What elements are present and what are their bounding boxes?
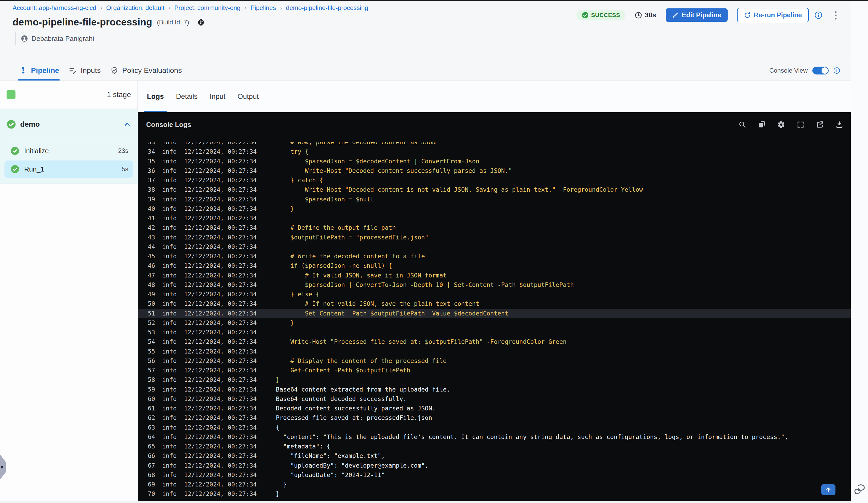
step-row-run_1[interactable]: Run_15s: [4, 160, 133, 178]
log-line-number: 66: [146, 451, 155, 461]
rerun-pipeline-button[interactable]: Re-run Pipeline: [737, 8, 809, 22]
log-line-number: 60: [146, 394, 155, 404]
log-line: 48info12/12/2024, 00:27:34 $parsedJson |…: [138, 280, 851, 290]
log-lines: 33info12/12/2024, 00:27:34 # Now, parse …: [138, 142, 851, 499]
console-view-control: Console View: [769, 60, 840, 81]
console-toolbar: [738, 120, 843, 128]
breadcrumb-link[interactable]: Organization: default: [106, 4, 164, 12]
info-icon[interactable]: [833, 67, 840, 74]
search-icon[interactable]: [738, 120, 746, 128]
log-timestamp: 12/12/2024, 00:27:34: [184, 347, 257, 356]
tab-inputs[interactable]: Inputs: [68, 60, 101, 81]
status-text: SUCCESS: [591, 12, 620, 19]
user-avatar-icon: [21, 35, 28, 42]
open-in-new-icon[interactable]: [816, 120, 824, 128]
console-tab-output[interactable]: Output: [235, 81, 261, 112]
log-timestamp: 12/12/2024, 00:27:34: [184, 394, 257, 404]
log-timestamp: 12/12/2024, 00:27:34: [184, 242, 257, 251]
duration: 30s: [635, 11, 656, 19]
inputs-icon: [69, 66, 77, 75]
log-severity: info: [162, 242, 177, 251]
step-duration: 5s: [122, 166, 128, 173]
log-line-number: 33: [146, 142, 155, 147]
console-tab-logs[interactable]: Logs: [144, 81, 167, 112]
build-id-label: (Build Id: 7): [157, 19, 189, 26]
log-message: } else {: [276, 290, 319, 299]
log-line: 50info12/12/2024, 00:27:34 # If not vali…: [138, 299, 851, 308]
log-message: }: [276, 318, 294, 327]
log-line-number: 69: [146, 480, 155, 489]
log-line: 59info12/12/2024, 00:27:34Base64 content…: [138, 385, 851, 394]
settings-icon[interactable]: [777, 120, 785, 128]
log-message: Write-Host "Processed file saved at: $ou…: [276, 337, 567, 346]
log-line-number: 44: [146, 242, 155, 251]
tab-pipeline[interactable]: Pipeline: [18, 60, 60, 81]
log-message: "uploadedBy": "developer@example.com",: [276, 461, 428, 470]
log-message: $parsedJson = $decodedContent | ConvertF…: [276, 157, 479, 166]
check-circle-icon: [582, 12, 589, 19]
log-severity: info: [162, 347, 177, 356]
help-chat-icon[interactable]: [854, 484, 866, 496]
log-timestamp: 12/12/2024, 00:27:34: [184, 337, 257, 346]
log-line-number: 63: [146, 423, 155, 432]
log-message: }: [276, 375, 279, 385]
download-icon[interactable]: [836, 120, 843, 128]
log-message: }: [276, 204, 294, 213]
log-timestamp: 12/12/2024, 00:27:34: [184, 195, 257, 204]
log-line-number: 47: [146, 271, 155, 280]
arrow-up-icon: [825, 486, 832, 493]
log-line-number: 41: [146, 213, 155, 223]
breadcrumb-link[interactable]: Project: community-eng: [174, 4, 240, 12]
log-line-number: 49: [146, 290, 155, 299]
log-message: $outputFilePath = "processedFile.json": [276, 233, 428, 242]
info-icon[interactable]: [815, 11, 822, 19]
stage-group-row[interactable]: demo: [0, 109, 137, 140]
log-message: }: [276, 480, 287, 489]
step-duration: 23s: [118, 147, 128, 155]
stage-group: demo Initialize23sRun_15s: [0, 109, 137, 184]
step-name: Initialize: [24, 147, 118, 155]
console-tab-label: Input: [210, 93, 225, 101]
log-line-number: 35: [146, 157, 155, 166]
log-timestamp: 12/12/2024, 00:27:34: [184, 451, 257, 461]
log-severity: info: [162, 489, 177, 499]
scroll-to-top-button[interactable]: [821, 484, 836, 495]
policy-icon: [110, 66, 118, 75]
log-line-number: 50: [146, 299, 155, 308]
log-timestamp: 12/12/2024, 00:27:34: [184, 261, 257, 270]
log-line: 53info12/12/2024, 00:27:34: [138, 327, 851, 337]
pencil-icon: [672, 12, 679, 19]
breadcrumb-link[interactable]: Pipelines: [250, 4, 276, 12]
log-line: 36info12/12/2024, 00:27:34 Write-Host "D…: [138, 166, 851, 176]
console-tab-input[interactable]: Input: [207, 81, 228, 112]
log-message: Get-Content -Path $outputFilePath: [276, 366, 410, 375]
log-viewport[interactable]: 33info12/12/2024, 00:27:34 # Now, parse …: [138, 142, 851, 501]
log-timestamp: 12/12/2024, 00:27:34: [184, 385, 257, 394]
breadcrumb-link[interactable]: demo-pipeline-file-processing: [286, 4, 369, 12]
chevron-up-icon[interactable]: [124, 120, 131, 128]
log-message: "content": "This is the uploaded file's …: [276, 432, 788, 442]
log-timestamp: 12/12/2024, 00:27:34: [184, 233, 257, 242]
log-timestamp: 12/12/2024, 00:27:34: [184, 404, 257, 413]
edit-pipeline-label: Edit Pipeline: [682, 11, 721, 19]
tab-policy-evaluations[interactable]: Policy Evaluations: [110, 60, 182, 81]
console-panel: Console Logs 33info12/12/2024, 00:27:34 …: [138, 112, 851, 501]
log-severity: info: [162, 461, 177, 470]
log-timestamp: 12/12/2024, 00:27:34: [184, 432, 257, 442]
breadcrumb-separator: ›: [244, 4, 246, 12]
console-tab-details[interactable]: Details: [174, 81, 200, 112]
fullscreen-icon[interactable]: [797, 120, 805, 128]
breadcrumb-link[interactable]: Account: app-harness-ng-cicd: [13, 4, 96, 12]
rerun-pipeline-label: Re-run Pipeline: [754, 11, 802, 19]
execution-header: Account: app-harness-ng-cicd›Organizatio…: [0, 1, 851, 60]
copy-icon[interactable]: [758, 120, 766, 128]
header-tabbar: PipelineInputsPolicy Evaluations Console…: [0, 60, 851, 81]
log-severity: info: [162, 204, 177, 213]
step-row-initialize[interactable]: Initialize23s: [4, 142, 133, 159]
log-severity: info: [162, 280, 177, 290]
edit-pipeline-button[interactable]: Edit Pipeline: [666, 8, 727, 22]
log-line-number: 58: [146, 375, 155, 385]
log-message: Decoded content successfully parsed as J…: [276, 404, 436, 413]
kebab-menu-icon[interactable]: [832, 10, 840, 20]
console-view-toggle[interactable]: [813, 66, 829, 74]
